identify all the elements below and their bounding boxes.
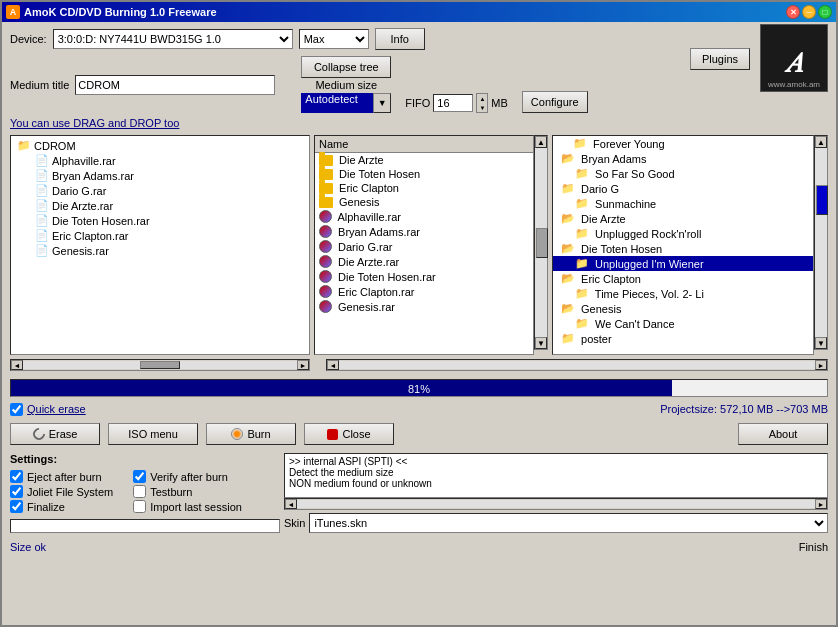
verify-checkbox[interactable] — [133, 470, 146, 483]
list-item[interactable]: 📁 Dario G — [553, 181, 813, 196]
scroll-thumb[interactable] — [536, 228, 548, 258]
joliet-checkbox[interactable] — [10, 485, 23, 498]
list-item[interactable]: Eric Clapton — [315, 181, 533, 195]
bottom-split: Settings: Eject after burn Joliet File S… — [10, 453, 828, 533]
scroll-up-button[interactable]: ▲ — [815, 136, 827, 148]
configure-button[interactable]: Configure — [522, 91, 588, 113]
about-button[interactable]: About — [738, 423, 828, 445]
log-hscroll-left[interactable]: ◄ — [285, 499, 297, 509]
fifo-up-button[interactable]: ▲ — [477, 94, 487, 103]
close-button[interactable]: Close — [304, 423, 394, 445]
list-item[interactable]: 📂 Bryan Adams — [553, 151, 813, 166]
finalize-checkbox[interactable] — [10, 500, 23, 513]
list-item[interactable]: 📁 Forever Young — [553, 136, 813, 151]
collapse-tree-button[interactable]: Collapse tree — [301, 56, 391, 78]
right-hscroll[interactable]: ◄ ► — [326, 359, 828, 371]
testburn-checkbox[interactable] — [133, 485, 146, 498]
app-icon: A — [6, 5, 20, 19]
skin-select[interactable]: iTunes.skn — [309, 513, 828, 533]
list-item[interactable]: Genesis — [315, 195, 533, 209]
list-item[interactable]: 📁 Time Pieces, Vol. 2- Li — [553, 286, 813, 301]
list-item[interactable]: 📄Genesis.rar — [33, 243, 305, 258]
list-item[interactable]: 📂 Die Toten Hosen — [553, 241, 813, 256]
mid-scrollbar[interactable]: ▲ ▼ — [534, 135, 548, 350]
medium-size-label: Medium size — [301, 79, 391, 91]
device-select[interactable]: 3:0:0:D: NY7441U BWD315G 1.0 — [53, 29, 293, 49]
list-item[interactable]: Genesis.rar — [315, 299, 533, 314]
list-item[interactable]: 📂 Die Arzte — [553, 211, 813, 226]
eject-checkbox[interactable] — [10, 470, 23, 483]
list-item[interactable]: 📁 Unplugged I'm Wiener — [553, 256, 813, 271]
left-hscroll[interactable]: ◄ ► — [10, 359, 310, 371]
scroll-down-button[interactable]: ▼ — [815, 337, 827, 349]
plugins-button[interactable]: Plugins — [690, 48, 750, 70]
list-item[interactable]: 📁 Sunmachine — [553, 196, 813, 211]
log-panel[interactable]: >> internal ASPI (SPTI) << Detect the me… — [284, 453, 828, 498]
verify-label: Verify after burn — [150, 471, 228, 483]
medium-title-input[interactable]: CDROM — [75, 75, 275, 95]
list-item[interactable]: 📂 Eric Clapton — [553, 271, 813, 286]
log-hscroll-right[interactable]: ► — [815, 499, 827, 509]
list-item[interactable]: Eric Clapton.rar — [315, 284, 533, 299]
fifo-unit: MB — [491, 97, 508, 109]
list-item[interactable]: 📄Bryan Adams.rar — [33, 168, 305, 183]
autodetect-input[interactable]: Autodetect — [301, 93, 373, 113]
list-item[interactable]: 📁 Unplugged Rock'n'roll — [553, 226, 813, 241]
list-item[interactable]: 📄Alphaville.rar — [33, 153, 305, 168]
close-window-button[interactable]: ✕ — [786, 5, 800, 19]
maximize-button[interactable]: □ — [818, 5, 832, 19]
list-item[interactable]: Die Arzte — [315, 153, 533, 167]
list-item[interactable]: Die Toten Hosen.rar — [315, 269, 533, 284]
hscroll-right-button[interactable]: ► — [815, 360, 827, 370]
fifo-row: FIFO 16 ▲ ▼ MB — [405, 93, 508, 113]
folder-icon — [319, 169, 333, 180]
list-item[interactable]: 📄Die Toten Hosen.rar — [33, 213, 305, 228]
progress-label: 81% — [11, 380, 827, 398]
logo-letter: 𝐴 — [786, 47, 803, 80]
hscroll-right-button[interactable]: ► — [297, 360, 309, 370]
speed-select[interactable]: Max — [299, 29, 369, 49]
file-icon: 📄 — [35, 169, 49, 182]
list-item[interactable]: 📁 So Far So Good — [553, 166, 813, 181]
title-bar-buttons: ✕ ─ □ — [786, 5, 832, 19]
list-item[interactable]: Bryan Adams.rar — [315, 224, 533, 239]
quick-erase-link[interactable]: Quick erase — [27, 403, 86, 415]
list-item[interactable]: 📄Eric Clapton.rar — [33, 228, 305, 243]
list-item[interactable]: 📄Die Arzte.rar — [33, 198, 305, 213]
logo-box: 𝐴 www.amok.am — [760, 24, 828, 92]
list-item[interactable]: Die Toten Hosen — [315, 167, 533, 181]
list-item[interactable]: 📁 We Can't Dance — [553, 316, 813, 331]
import-checkbox[interactable] — [133, 500, 146, 513]
info-button[interactable]: Info — [375, 28, 425, 50]
autodetect-arrow[interactable]: ▼ — [373, 93, 391, 113]
scroll-up-button[interactable]: ▲ — [535, 136, 547, 148]
right-panel[interactable]: 📁 Forever Young 📂 Bryan Adams 📁 So Far S… — [552, 135, 814, 355]
file-tree-panel[interactable]: 📁 CDROM 📄Alphaville.rar 📄Bryan Adams.rar… — [10, 135, 310, 355]
erase-button[interactable]: Erase — [10, 423, 100, 445]
minimize-button[interactable]: ─ — [802, 5, 816, 19]
log-hscroll[interactable]: ◄ ► — [284, 498, 828, 510]
list-item[interactable]: Alphaville.rar — [315, 209, 533, 224]
fifo-value-display: 16 — [433, 94, 473, 112]
list-item[interactable]: 📁 poster — [553, 331, 813, 346]
medium-title-label: Medium title — [10, 79, 69, 91]
folder-open-icon: 📂 — [561, 242, 575, 255]
list-item[interactable]: 📄Dario G.rar — [33, 183, 305, 198]
scroll-thumb[interactable] — [816, 185, 828, 215]
iso-menu-button[interactable]: ISO menu — [108, 423, 198, 445]
fifo-down-button[interactable]: ▼ — [477, 103, 487, 112]
tree-root-item[interactable]: 📁 CDROM — [15, 138, 305, 153]
hscroll-thumb[interactable] — [140, 361, 180, 369]
list-item[interactable]: 📂 Genesis — [553, 301, 813, 316]
file-list-panel[interactable]: Name Die Arzte Die Toten Hosen Eric Clap… — [314, 135, 534, 355]
fifo-spinner[interactable]: ▲ ▼ — [476, 93, 488, 113]
burn-button[interactable]: Burn — [206, 423, 296, 445]
right-scrollbar[interactable]: ▲ ▼ — [814, 135, 828, 350]
folder-icon: 📁 — [573, 137, 587, 150]
quick-erase-checkbox[interactable] — [10, 403, 23, 416]
hscroll-left-button[interactable]: ◄ — [327, 360, 339, 370]
list-item[interactable]: Dario G.rar — [315, 239, 533, 254]
hscroll-left-button[interactable]: ◄ — [11, 360, 23, 370]
list-item[interactable]: Die Arzte.rar — [315, 254, 533, 269]
scroll-down-button[interactable]: ▼ — [535, 337, 547, 349]
